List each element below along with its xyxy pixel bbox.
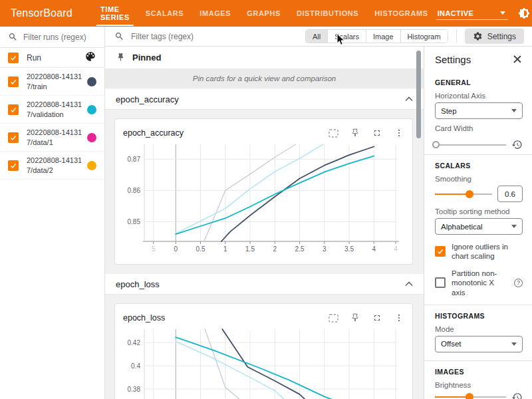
card-title: epoch_accuracy [123,128,184,138]
settings-panel: Settings GENERAL Horizontal Axis Step Ca… [424,47,532,399]
reload-status-dropdown[interactable]: INACTIVE [436,7,508,20]
filter-runs-row [0,27,104,48]
scalar-card-epoch-accuracy: epoch_accuracy 0.850.860.87500.511.522.5… [114,118,413,265]
select-all-runs-checkbox[interactable] [8,53,19,63]
reset-card-width-button[interactable] [511,139,523,150]
card-title: epoch_loss [123,313,165,323]
run-name: 20220808-141317/data/1 [27,128,82,148]
run-row[interactable]: 20220808-141317/data/2 [0,152,104,180]
app-bar: TensorBoard TIME SERIES SCALARS IMAGES G… [0,0,532,27]
fullscreen-icon[interactable] [372,313,382,323]
run-row[interactable]: 20220808-141317/validation [0,96,104,124]
filter-runs-input[interactable] [23,33,96,42]
pinned-empty-hint: Pin cards for a quick view and compariso… [105,69,424,88]
line-chart-epoch-loss[interactable]: 0.420.40.380.36 [123,327,404,399]
kebab-menu-icon[interactable] [394,128,404,138]
run-checkbox[interactable] [8,132,19,143]
svg-text:0.42: 0.42 [128,339,141,346]
runs-sidebar: Run 20220808-141317/train 20220808-14131… [0,27,105,399]
tab-histograms[interactable]: HISTOGRAMS [366,0,436,27]
chevron-down-icon [511,225,517,228]
filter-image-button[interactable]: Image [366,30,401,43]
run-checkbox[interactable] [8,104,19,115]
section-header-epoch-loss[interactable]: epoch_loss [105,274,424,295]
run-list: 20220808-141317/train 20220808-141317/va… [0,68,104,180]
toolbar-divider [456,30,457,43]
svg-text:4: 4 [372,245,376,253]
tooltip-sorting-dropdown[interactable]: Alphabetical [435,218,523,235]
smoothing-slider[interactable] [435,190,492,198]
card-width-slider[interactable] [435,141,506,149]
kebab-menu-icon[interactable] [394,313,404,323]
palette-icon[interactable] [84,51,96,65]
svg-text:0.86: 0.86 [128,187,141,194]
svg-text:4: 4 [394,245,398,253]
theme-toggle-button[interactable] [517,7,531,20]
filter-histogram-button[interactable]: Histogram [401,30,448,43]
tag-type-filter-group: All Scalars Image Histogram [305,29,448,43]
fullscreen-icon[interactable] [372,128,382,138]
pin-card-icon[interactable] [350,128,360,138]
scalar-card-epoch-loss: epoch_loss 0.420.40.380.36 [114,303,413,399]
run-checkbox[interactable] [8,160,19,171]
pin-icon [116,53,126,63]
run-color-dot [87,161,96,170]
svg-text:0.85: 0.85 [128,218,141,225]
section-header-epoch-accuracy[interactable]: epoch_accuracy [105,89,424,110]
search-icon [114,31,124,41]
pinned-label: Pinned [132,53,161,63]
run-row[interactable]: 20220808-141317/train [0,68,104,96]
svg-text:2.5: 2.5 [295,245,305,253]
run-list-header: Run [0,48,104,68]
vertical-scrollbar[interactable] [416,51,421,138]
horizontal-axis-dropdown[interactable]: Step [435,102,523,119]
run-name: 20220808-141317/validation [27,100,82,120]
tooltip-sorting-label: Tooltip sorting method [435,207,523,215]
restore-icon [511,139,523,150]
filter-scalars-button[interactable]: Scalars [328,30,366,43]
svg-text:0.38: 0.38 [128,386,141,393]
filter-tags-input[interactable] [131,32,264,41]
fit-domain-icon[interactable] [328,313,338,323]
histogram-mode-label: Mode [435,325,523,333]
svg-text:1: 1 [223,245,227,253]
run-row[interactable]: 20220808-141317/data/1 [0,124,104,152]
brightness-slider[interactable] [435,393,506,399]
pin-card-icon[interactable] [350,313,360,323]
tab-time-series[interactable]: TIME SERIES [92,0,138,27]
cards-scroll-area[interactable]: Pinned Pin cards for a quick view and co… [105,47,424,399]
ignore-outliers-row[interactable]: Ignore outliers in chart scaling [435,242,523,261]
horizontal-axis-label: Horizontal Axis [435,92,523,100]
tab-images[interactable]: IMAGES [192,0,239,27]
svg-text:0.5: 0.5 [196,245,205,253]
chevron-up-icon[interactable] [405,281,413,287]
svg-text:5: 5 [152,245,156,253]
fit-domain-icon[interactable] [328,128,338,138]
card-width-label: Card Width [435,124,523,132]
tab-distributions[interactable]: DISTRIBUTIONS [289,0,366,27]
tab-scalars[interactable]: SCALARS [138,0,192,27]
svg-text:0.4: 0.4 [131,362,140,370]
histogram-mode-dropdown[interactable]: Offset [435,336,523,352]
chevron-up-icon[interactable] [405,96,413,102]
close-icon[interactable] [512,54,523,65]
line-chart-epoch-accuracy[interactable]: 0.850.860.87500.511.522.533.544 [123,142,404,257]
gear-icon [473,31,483,41]
run-checkbox[interactable] [8,76,19,87]
chart-svg: 0.420.40.380.36 [123,327,400,399]
chevron-down-icon [500,11,505,15]
svg-text:1.5: 1.5 [245,245,255,253]
run-name: 20220808-141317/data/2 [27,156,82,176]
run-color-dot [87,105,96,114]
partition-x-axis-row[interactable]: Partition non-monotonic X axis ? [435,269,523,297]
partition-x-axis-checkbox[interactable] [435,277,446,288]
tab-graphs[interactable]: GRAPHS [239,0,289,27]
filter-all-button[interactable]: All [306,30,328,43]
help-icon[interactable]: ? [514,279,523,287]
settings-panel-title: Settings [435,54,471,65]
settings-toggle-button[interactable]: Settings [465,29,524,44]
svg-text:2: 2 [273,245,277,253]
reset-brightness-button[interactable] [511,392,523,399]
ignore-outliers-checkbox[interactable] [435,246,446,257]
smoothing-value-input[interactable] [497,186,523,202]
